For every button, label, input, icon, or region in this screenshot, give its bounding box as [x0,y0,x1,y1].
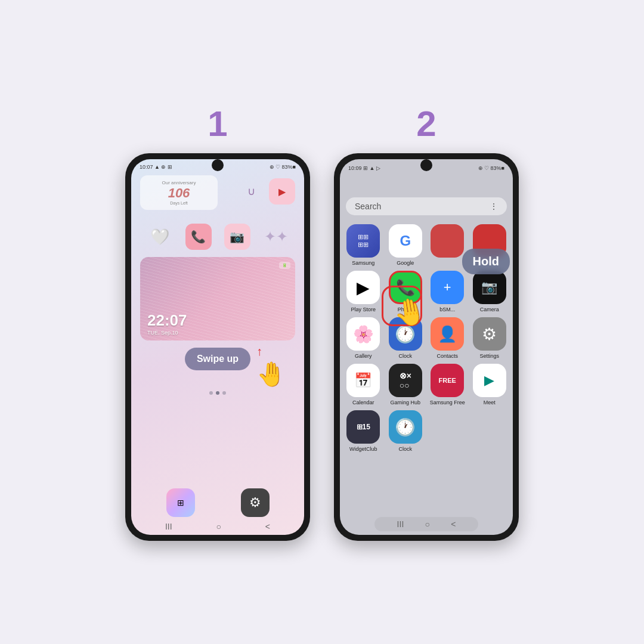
phone-2-frame: 10:09 ⊞ ▲ ▷ ⊕ ♡ 83%■ Search ⋮ ⊞⊞⊞⊞ [334,153,519,541]
status-left-2: 10:09 ⊞ ▲ ▷ [348,165,380,171]
music-widget: 🔋 22:07 TUE, Sep.10 [140,257,295,340]
heart-icon[interactable]: 🤍 [147,224,173,250]
music-time: 22:07 [147,311,187,330]
nav-home[interactable]: ○ [216,522,221,531]
gallery-label: Gallery [355,353,372,359]
app-gaminghub[interactable]: ⊗×○○ Gaming Hub [387,364,425,405]
app-settings[interactable]: ⚙ Settings [471,317,509,359]
dock-settings-icon[interactable]: ⚙ [241,488,270,517]
nav-bar-1: III ○ < [131,522,304,531]
meet-icon: ▶ [473,364,506,397]
step-1: 1 10:07 ▲ ⊕ ⊞ ⊕ ♡ 83%■ Our anniversary 1… [125,103,310,541]
nsm-icon: + [431,271,464,304]
hold-tooltip: Hold [462,249,510,274]
notch-1 [212,159,224,171]
phone-icon-1[interactable]: 📞 [185,224,212,250]
app-unknown1[interactable] [429,224,466,266]
swipe-area: Swipe up ↑ 🤚 [140,348,295,370]
music-info: 22:07 TUE, Sep.10 [147,311,187,336]
dot-1 [209,391,213,395]
search-bar[interactable]: Search ⋮ [346,197,507,215]
search-dots: ⋮ [490,202,498,211]
dot-2 [216,391,219,395]
anniversary-days: 106 [147,185,210,201]
nav-recent-2[interactable]: < [451,519,456,529]
unknown1-icon [431,224,464,258]
anniversary-widget: Our anniversary 106 Days Left [140,175,218,210]
gaminghub-icon: ⊗×○○ [389,364,422,397]
samsung-icon: ⊞⊞⊞⊞ [346,224,380,258]
samsungfree-label: Samsung Free [430,400,465,405]
hold-hand-icon: 🤚 [391,294,429,330]
status-right-1: ⊕ ♡ 83%■ [270,164,296,170]
calendar-icon: 📅 [346,364,380,397]
gallery-icon: 🌸 [346,317,380,351]
playstore-label: Play Store [351,306,376,312]
search-text: Search [355,202,490,211]
clock2-label: Clock [398,446,412,452]
nsm-label: bSM... [439,306,455,312]
status-left-1: 10:07 ▲ ⊕ ⊞ [140,164,172,170]
app-gallery[interactable]: 🌸 Gallery [345,317,382,359]
app-samsungfree[interactable]: FREE Samsung Free [429,364,466,405]
nav-home-2[interactable]: ○ [425,519,430,529]
contacts-icon: 👤 [431,317,464,351]
anniversary-subtitle: Our anniversary [147,180,210,185]
page-dots [140,391,295,395]
phone-1-screen: 10:07 ▲ ⊕ ⊞ ⊕ ♡ 83%■ Our anniversary 106… [131,159,304,535]
nav-back[interactable]: III [165,522,172,531]
app-playstore[interactable]: ▶ Play Store [345,271,382,312]
status-right-2: ⊕ ♡ 83%■ [478,165,504,171]
nav-recent[interactable]: < [265,522,270,531]
app-google[interactable]: G Google [387,224,425,266]
samsung-label: Samsung [352,260,374,266]
clock2-icon: 🕐 [389,410,422,444]
app-widgetclub[interactable]: ⊞15 WidgetClub [345,410,382,452]
samsungfree-icon: FREE [431,364,464,397]
app-camera[interactable]: 📷 Camera [471,271,509,312]
icon-row-2: 🤍 📞 📷 ✦✦ [140,224,295,250]
swipe-up-button[interactable]: Swipe up [185,348,250,370]
nav-bar-2: III ○ < [374,517,478,531]
camera-icon-1[interactable]: 📷 [224,224,250,250]
widgetclub-icon: ⊞15 [346,410,380,444]
step-2: 2 10:09 ⊞ ▲ ▷ ⊕ ♡ 83%■ Search ⋮ [334,103,519,541]
camera-grid-icon: 📷 [473,271,506,304]
google-label: Google [397,260,414,266]
playstore-icon: ▶ [346,271,380,304]
dock-apps-icon[interactable]: ⊞ [166,488,195,517]
dot-3 [222,391,226,395]
icon-youtube[interactable]: ▶ [269,178,295,205]
nav-back-2[interactable]: III [397,519,404,529]
stars-icon[interactable]: ✦✦ [263,224,289,250]
app-nsm[interactable]: + bSM... [429,271,466,312]
home-content-1: Our anniversary 106 Days Left ∪ ▶ 🤍 📞 [131,172,304,401]
google-icon: G [389,224,422,258]
camera-label: Camera [480,306,499,312]
settings-label: Settings [479,353,499,359]
icon-u[interactable]: ∪ [238,178,264,205]
anniversary-label: Days Left [147,201,210,205]
gaminghub-label: Gaming Hub [390,400,420,405]
arrow-up-icon: ↑ [256,345,262,358]
phone-2-screen: 10:09 ⊞ ▲ ▷ ⊕ ♡ 83%■ Search ⋮ ⊞⊞⊞⊞ [340,159,513,535]
step-2-number: 2 [416,103,436,144]
main-container: 1 10:07 ▲ ⊕ ⊞ ⊕ ♡ 83%■ Our anniversary 1… [107,85,537,559]
notch-2 [420,159,432,171]
app-meet[interactable]: ▶ Meet [471,364,509,405]
clock-label: Clock [398,353,412,359]
swipe-hand-icon: 🤚 [256,360,286,388]
phone-1-frame: 10:07 ▲ ⊕ ⊞ ⊕ ♡ 83%■ Our anniversary 106… [125,153,310,541]
app-samsung[interactable]: ⊞⊞⊞⊞ Samsung [345,224,382,266]
app-clock2[interactable]: 🕐 Clock [387,410,425,452]
contacts-label: Contacts [436,353,458,359]
app-contacts[interactable]: 👤 Contacts [429,317,466,359]
settings-grid-icon: ⚙ [473,317,506,351]
app-drawer: 10:09 ⊞ ▲ ▷ ⊕ ♡ 83%■ Search ⋮ ⊞⊞⊞⊞ [340,159,513,535]
calendar-label: Calendar [352,400,374,405]
step-1-number: 1 [208,103,227,144]
music-date: TUE, Sep.10 [147,330,187,336]
app-calendar[interactable]: 📅 Calendar [345,364,382,405]
widgetclub-label: WidgetClub [349,446,377,452]
meet-label: Meet [484,400,496,405]
